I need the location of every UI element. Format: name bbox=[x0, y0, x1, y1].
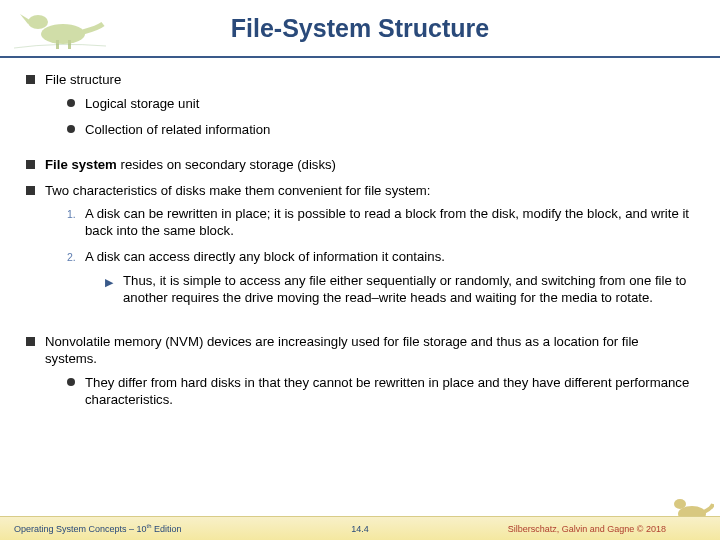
bold-term: File system bbox=[45, 157, 117, 172]
slide-content: File structure Logical storage unit Coll… bbox=[0, 58, 720, 417]
bullet-two-characteristics: Two characteristics of disks make them c… bbox=[26, 183, 694, 325]
footer-page-number: 14.4 bbox=[351, 524, 369, 534]
arrow-subitem: ▶ Thus, it is simple to access any file … bbox=[105, 273, 694, 307]
bullet-file-structure: File structure Logical storage unit Coll… bbox=[26, 72, 694, 148]
dinosaur-left-icon bbox=[8, 4, 108, 50]
numbered-text: A disk can be rewritten in place; it is … bbox=[85, 206, 694, 240]
subbullet-logical-storage: Logical storage unit bbox=[67, 96, 694, 113]
arrow-bullet-icon: ▶ bbox=[105, 275, 113, 307]
numbered-item-2: 2. A disk can access directly any block … bbox=[67, 249, 694, 316]
numbered-item-1: 1. A disk can be rewritten in place; it … bbox=[67, 206, 694, 240]
subbullet-text: They differ from hard disks in that they… bbox=[85, 375, 694, 409]
circle-bullet-icon bbox=[67, 125, 75, 133]
number-marker: 2. bbox=[67, 251, 85, 316]
bullet-file-system: File system resides on secondary storage… bbox=[26, 157, 694, 174]
subbullet-nvm-differ: They differ from hard disks in that they… bbox=[67, 375, 694, 409]
square-bullet-icon bbox=[26, 186, 35, 195]
bullet-nvm: Nonvolatile memory (NVM) devices are inc… bbox=[26, 334, 694, 418]
bullet-text: Nonvolatile memory (NVM) devices are inc… bbox=[45, 334, 639, 366]
footer-copyright: Silberschatz, Galvin and Gagne © 2018 bbox=[508, 524, 666, 534]
bullet-text: Two characteristics of disks make them c… bbox=[45, 183, 431, 198]
numbered-text: A disk can access directly any block of … bbox=[85, 249, 445, 264]
svg-point-0 bbox=[41, 24, 85, 44]
subbullet-text: Logical storage unit bbox=[85, 96, 199, 113]
square-bullet-icon bbox=[26, 160, 35, 169]
circle-bullet-icon bbox=[67, 99, 75, 107]
slide-title: File-System Structure bbox=[0, 0, 720, 43]
square-bullet-icon bbox=[26, 75, 35, 84]
slide-footer: Operating System Concepts – 10th Edition… bbox=[0, 516, 720, 540]
number-marker: 1. bbox=[67, 208, 85, 240]
footer-book-title: Operating System Concepts – 10th Edition bbox=[14, 523, 508, 534]
slide-header: File-System Structure bbox=[0, 0, 720, 58]
subbullet-collection: Collection of related information bbox=[67, 122, 694, 139]
circle-bullet-icon bbox=[67, 378, 75, 386]
svg-point-5 bbox=[674, 499, 686, 509]
subbullet-text: Collection of related information bbox=[85, 122, 270, 139]
arrow-text: Thus, it is simple to access any file ei… bbox=[123, 273, 694, 307]
square-bullet-icon bbox=[26, 337, 35, 346]
bullet-text: File structure bbox=[45, 72, 121, 87]
bullet-text: resides on secondary storage (disks) bbox=[117, 157, 336, 172]
